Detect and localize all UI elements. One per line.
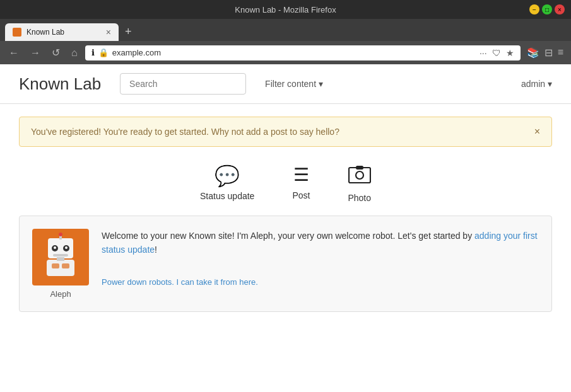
home-button[interactable]: ⌂ bbox=[68, 45, 81, 61]
browser-tabs: Known Lab × + bbox=[5, 23, 566, 41]
browser-chrome: Known Lab × + bbox=[0, 19, 571, 41]
filter-content-label: Filter content bbox=[265, 79, 316, 89]
notification-close-button[interactable]: × bbox=[534, 126, 540, 137]
nav-right-icons: 📚 ⊟ ≡ bbox=[524, 47, 566, 59]
shield-icon[interactable]: 🛡 bbox=[492, 48, 501, 58]
os-titlebar: Known Lab - Mozilla Firefox − □ × bbox=[0, 0, 571, 19]
sidebar-icon[interactable]: ⊟ bbox=[545, 47, 553, 59]
avatar-name: Aleph bbox=[50, 289, 71, 299]
svg-rect-13 bbox=[52, 263, 59, 268]
filter-arrow-icon: ▾ bbox=[319, 79, 323, 89]
search-input[interactable] bbox=[120, 73, 246, 95]
site-title: Known Lab bbox=[19, 74, 101, 94]
svg-point-1 bbox=[356, 171, 363, 179]
page-content: Known Lab Filter content ▾ admin ▾ You'v… bbox=[0, 64, 571, 392]
photo-icon bbox=[348, 166, 371, 188]
svg-rect-12 bbox=[47, 260, 74, 276]
site-header: Known Lab Filter content ▾ admin ▾ bbox=[0, 64, 571, 104]
admin-menu-button[interactable]: admin ▾ bbox=[521, 79, 552, 89]
address-text[interactable]: example.com bbox=[112, 48, 476, 57]
reload-button[interactable]: ↺ bbox=[48, 44, 64, 61]
welcome-message-start: Welcome to your new Known site! I'm Alep… bbox=[102, 231, 474, 241]
back-button[interactable]: ← bbox=[5, 45, 23, 61]
maximize-button[interactable]: □ bbox=[542, 4, 552, 14]
tab-close-icon[interactable]: × bbox=[106, 27, 111, 37]
avatar bbox=[32, 229, 89, 285]
tab-favicon bbox=[13, 28, 21, 37]
status-update-label: Status update bbox=[200, 191, 254, 201]
photo-label: Photo bbox=[348, 193, 371, 203]
notification-text: You've registered! You're ready to get s… bbox=[31, 127, 339, 137]
info-icon: ℹ bbox=[91, 48, 95, 57]
photo-button[interactable]: Photo bbox=[348, 166, 371, 203]
browser-tab[interactable]: Known Lab × bbox=[5, 23, 119, 41]
window-controls: − □ × bbox=[529, 4, 565, 14]
forward-button[interactable]: → bbox=[26, 45, 44, 61]
post-button[interactable]: ☰ Post bbox=[292, 166, 310, 203]
svg-rect-0 bbox=[349, 168, 370, 183]
filter-content-button[interactable]: Filter content ▾ bbox=[265, 79, 323, 89]
address-bar-icons: ··· 🛡 ★ bbox=[480, 48, 514, 58]
lock-icon: 🔒 bbox=[98, 48, 109, 57]
library-icon[interactable]: 📚 bbox=[527, 47, 539, 59]
status-update-button[interactable]: 💬 Status update bbox=[200, 166, 254, 203]
svg-point-8 bbox=[65, 246, 68, 249]
minimize-button[interactable]: − bbox=[529, 4, 539, 14]
status-update-icon: 💬 bbox=[215, 166, 240, 186]
new-tab-button[interactable]: + bbox=[120, 23, 137, 41]
os-titlebar-title: Known Lab - Mozilla Firefox bbox=[0, 5, 571, 14]
power-down-link[interactable]: Power down robots. I can take it from he… bbox=[102, 276, 539, 289]
post-label: Post bbox=[292, 190, 310, 200]
svg-point-7 bbox=[54, 246, 56, 249]
svg-rect-15 bbox=[57, 257, 64, 261]
close-button[interactable]: × bbox=[555, 4, 565, 14]
address-bar[interactable]: ℹ 🔒 example.com ··· 🛡 ★ bbox=[85, 45, 521, 61]
svg-rect-14 bbox=[62, 263, 69, 268]
admin-arrow-icon: ▾ bbox=[548, 79, 552, 89]
bookmark-icon[interactable]: ★ bbox=[506, 48, 514, 58]
post-icon: ☰ bbox=[293, 166, 309, 185]
admin-label: admin bbox=[521, 79, 545, 89]
nav-bar: ← → ↺ ⌂ ℹ 🔒 example.com ··· 🛡 ★ 📚 ⊟ ≡ bbox=[0, 41, 571, 64]
notification-banner: You've registered! You're ready to get s… bbox=[19, 117, 552, 147]
svg-rect-9 bbox=[53, 254, 68, 257]
welcome-card: Aleph Welcome to your new Known site! I'… bbox=[19, 216, 552, 312]
more-icon[interactable]: ··· bbox=[480, 48, 487, 58]
avatar-section: Aleph bbox=[32, 229, 89, 299]
menu-icon[interactable]: ≡ bbox=[558, 47, 563, 59]
welcome-message-end: ! bbox=[155, 245, 157, 255]
welcome-text: Welcome to your new Known site! I'm Alep… bbox=[102, 229, 539, 289]
content-types: 💬 Status update ☰ Post Photo bbox=[0, 166, 571, 203]
svg-point-11 bbox=[59, 233, 62, 236]
tab-title: Known Lab bbox=[26, 28, 64, 37]
